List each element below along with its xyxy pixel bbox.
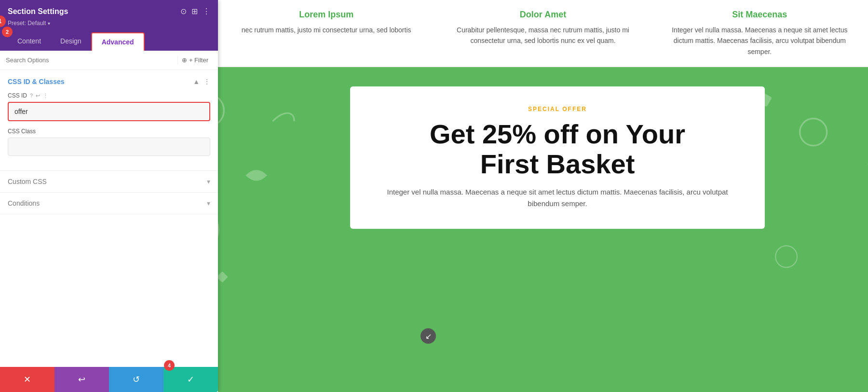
search-filter-row: ⊕ + Filter <box>0 51 218 70</box>
offer-description: Integer vel nulla massa. Maecenas a nequ… <box>379 186 736 210</box>
column-3-title: Sit Maecenas <box>666 10 854 20</box>
column-1-title: Lorem Ipsum <box>232 10 420 20</box>
column-3: Sit Maecenas Integer vel nulla massa. Ma… <box>651 10 868 57</box>
tab-design[interactable]: Design <box>51 32 91 51</box>
cancel-button[interactable]: ✕ <box>0 367 54 392</box>
section-title: CSS ID & Classes <box>8 78 65 85</box>
filter-button[interactable]: ⊕ + Filter <box>177 56 212 65</box>
redo-button[interactable]: ↺ <box>109 367 163 392</box>
collapse-icon[interactable]: ▲ <box>193 78 200 85</box>
custom-css-title: Custom CSS <box>8 178 47 185</box>
reset-icon[interactable]: ↩ <box>36 93 40 99</box>
css-id-input-wrapper <box>8 102 210 121</box>
badge-2: 2 <box>2 27 13 37</box>
help-icon[interactable]: ? <box>30 93 33 98</box>
columns-section: Lorem Ipsum nec rutrum mattis, justo mi … <box>218 0 868 67</box>
tab-content[interactable]: Content <box>8 32 51 51</box>
close-float-button[interactable]: ↙ <box>420 328 436 344</box>
column-3-text: Integer vel nulla massa. Maecenas a nequ… <box>666 25 854 57</box>
svg-point-5 <box>775 246 797 267</box>
main-content: Lorem Ipsum nec rutrum mattis, justo mi … <box>218 0 868 392</box>
panel-tabs: 2 Content Design Advanced <box>8 32 210 51</box>
column-1: Lorem Ipsum nec rutrum mattis, justo mi … <box>218 10 434 57</box>
panel-header-top: Section Settings ⊙ ⊞ ⋮ <box>8 7 210 16</box>
css-id-classes-section: 3 CSS ID & Classes ▲ ⋮ CSS ID ? ↩ ⋮ <box>0 70 218 171</box>
conditions-chevron: ▾ <box>207 199 210 207</box>
section-header-icons: ▲ ⋮ <box>193 78 210 85</box>
column-2-text: Curabitur pellentesque, massa nec rutrum… <box>449 25 637 46</box>
conditions-header[interactable]: Conditions ▾ <box>8 199 210 207</box>
css-id-input[interactable] <box>9 103 209 120</box>
custom-css-chevron: ▾ <box>207 178 210 185</box>
column-2-title: Dolor Amet <box>449 10 637 20</box>
filter-icon: ⊕ <box>182 56 187 64</box>
focus-icon[interactable]: ⊙ <box>180 7 187 16</box>
offer-title-line2: First Basket <box>480 149 635 179</box>
css-id-label: CSS ID <box>8 92 27 99</box>
offer-label: SPECIAL OFFER <box>379 106 736 112</box>
panel-title: Section Settings <box>8 7 68 16</box>
reset-history-button[interactable]: ↩ <box>54 367 109 392</box>
conditions-section: Conditions ▾ <box>0 193 218 214</box>
green-section: SPECIAL OFFER Get 25% off on Your First … <box>218 67 868 392</box>
save-button[interactable]: ✓ <box>163 367 218 392</box>
column-2: Dolor Amet Curabitur pellentesque, massa… <box>434 10 651 57</box>
panel-footer: 4 ✕ ↩ ↺ ✓ <box>0 367 218 392</box>
custom-css-section: Custom CSS ▾ <box>0 171 218 193</box>
search-input[interactable] <box>6 56 177 64</box>
offer-title-line1: Get 25% off on Your <box>430 119 685 149</box>
svg-point-0 <box>218 94 224 126</box>
section-header: CSS ID & Classes ▲ ⋮ <box>8 78 210 85</box>
settings-panel: 1 Section Settings ⊙ ⊞ ⋮ Preset: Default… <box>0 0 218 392</box>
conditions-title: Conditions <box>8 199 40 207</box>
css-class-label-row: CSS Class <box>8 128 210 135</box>
css-class-input[interactable] <box>8 138 210 156</box>
preset-arrow: ▾ <box>48 21 50 26</box>
badge-4: 4 <box>164 360 175 371</box>
panel-header: Section Settings ⊙ ⊞ ⋮ Preset: Default ▾… <box>0 0 218 51</box>
svg-point-3 <box>218 208 218 252</box>
field-label-row: CSS ID ? ↩ ⋮ <box>8 92 210 99</box>
filter-label: + Filter <box>189 56 208 64</box>
more-field-icon[interactable]: ⋮ <box>43 93 48 99</box>
css-class-field-group: CSS Class <box>8 128 210 156</box>
offer-title: Get 25% off on Your First Basket <box>379 119 736 179</box>
more-icon[interactable]: ⋮ <box>203 7 210 16</box>
panel-body: 3 CSS ID & Classes ▲ ⋮ CSS ID ? ↩ ⋮ <box>0 70 218 367</box>
preset-text: Preset: Default <box>8 20 46 27</box>
tab-advanced[interactable]: Advanced <box>91 32 145 51</box>
custom-css-header[interactable]: Custom CSS ▾ <box>8 178 210 185</box>
css-class-label: CSS Class <box>8 128 36 135</box>
css-id-field-group: CSS ID ? ↩ ⋮ <box>8 92 210 121</box>
panel-header-icons: ⊙ ⊞ ⋮ <box>180 7 210 16</box>
svg-point-2 <box>800 119 827 146</box>
column-1-text: nec rutrum mattis, justo mi consectetur … <box>232 25 420 35</box>
more-section-icon[interactable]: ⋮ <box>203 78 210 85</box>
layout-icon[interactable]: ⊞ <box>191 7 198 16</box>
preset-label[interactable]: Preset: Default ▾ <box>8 20 210 27</box>
svg-rect-4 <box>218 271 228 283</box>
offer-card: SPECIAL OFFER Get 25% off on Your First … <box>350 86 765 229</box>
